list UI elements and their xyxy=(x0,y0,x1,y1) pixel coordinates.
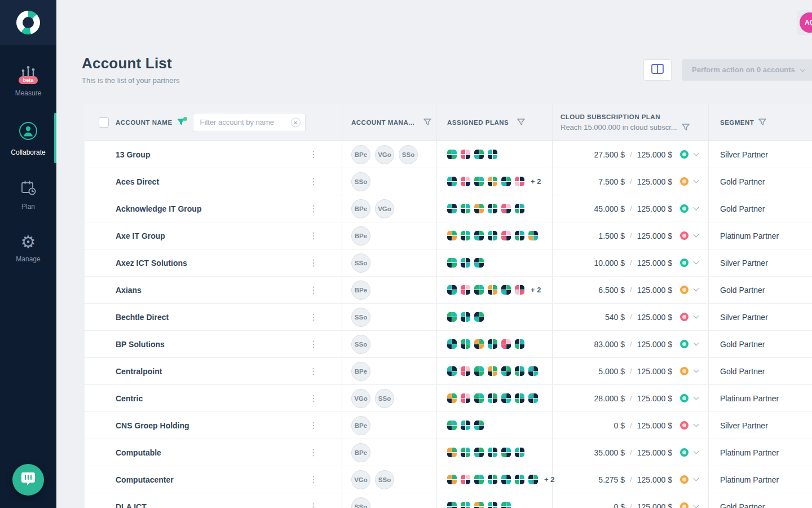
filter-icon[interactable] xyxy=(682,124,690,131)
bulk-action-button[interactable]: Perform action on 0 accounts xyxy=(682,59,812,81)
sidebar-item-measure[interactable]: beta Measure xyxy=(0,55,56,105)
expand-chevron-icon[interactable] xyxy=(694,476,699,481)
row-menu-icon[interactable]: ⋮ xyxy=(307,312,320,322)
filter-icon[interactable] xyxy=(758,119,766,126)
header-assigned-plans: ASSIGNED PLANS xyxy=(437,104,553,141)
plan-icon xyxy=(474,393,484,403)
expand-chevron-icon[interactable] xyxy=(694,286,699,292)
account-name[interactable]: Aces Direct xyxy=(116,177,159,186)
account-name-cell: Axe IT Group⋮ xyxy=(85,222,342,249)
account-name-cell: Acknowledge IT Group⋮ xyxy=(85,195,342,222)
manager-badge: VGo xyxy=(375,145,394,164)
row-menu-icon[interactable]: ⋮ xyxy=(307,501,320,508)
column-view-button[interactable] xyxy=(643,59,672,81)
expand-chevron-icon[interactable] xyxy=(694,259,699,265)
row-menu-icon[interactable]: ⋮ xyxy=(307,230,320,241)
row-menu-icon[interactable]: ⋮ xyxy=(307,366,320,376)
cloud-current-value: 5.275 $ xyxy=(598,475,625,484)
account-name[interactable]: Acknowledge IT Group xyxy=(116,204,201,213)
cloud-target-value: 125.000 $ xyxy=(637,502,672,508)
row-menu-icon[interactable]: ⋮ xyxy=(307,339,320,349)
expand-chevron-icon[interactable] xyxy=(694,313,699,319)
row-menu-icon[interactable]: ⋮ xyxy=(307,257,320,268)
app-logo[interactable] xyxy=(0,0,56,45)
account-name[interactable]: BP Solutions xyxy=(116,340,165,349)
row-menu-icon[interactable]: ⋮ xyxy=(307,284,320,295)
plan-icon xyxy=(474,258,484,268)
assigned-plans-cell xyxy=(437,141,553,168)
chat-launcher-button[interactable] xyxy=(12,464,44,496)
segment-cell: Gold Partner xyxy=(709,331,812,357)
account-name[interactable]: Centric xyxy=(116,394,143,403)
cloud-target-value: 125.000 $ xyxy=(637,259,672,268)
plan-icon xyxy=(461,258,470,268)
account-name[interactable]: DLA ICT xyxy=(116,502,147,508)
expand-chevron-icon[interactable] xyxy=(694,340,699,346)
account-name[interactable]: CNS Groep Holding xyxy=(116,421,189,430)
account-name[interactable]: Centralpoint xyxy=(116,367,162,376)
plan-icon xyxy=(528,475,538,484)
table-row: Axe IT Group⋮BPe1.500 $/125.000 $Platinu… xyxy=(85,222,812,249)
account-name[interactable]: Axians xyxy=(116,286,142,295)
segment-cell: Platinum Partner xyxy=(709,466,812,493)
account-name[interactable]: 13 Group xyxy=(116,150,150,159)
account-name-cell: Computacenter⋮ xyxy=(85,466,342,493)
title-block: Account List This is the list of your pa… xyxy=(82,55,179,85)
cloud-separator: / xyxy=(630,150,632,159)
cloud-subscription-cell: 45.000 $/125.000 $ xyxy=(553,195,709,222)
filter-icon[interactable] xyxy=(423,119,431,126)
expand-chevron-icon[interactable] xyxy=(694,422,699,427)
sidebar-item-collaborate[interactable]: Collaborate xyxy=(0,112,56,164)
table-row: BP Solutions⋮SSo83.000 $/125.000 $Gold P… xyxy=(85,331,812,358)
segment-cell: Silver Partner xyxy=(709,304,812,330)
segment-label: Silver Partner xyxy=(720,150,768,159)
account-filter-input[interactable] xyxy=(193,113,306,132)
account-name[interactable]: Axe IT Group xyxy=(116,231,165,240)
plan-icon xyxy=(461,339,470,349)
plan-icon xyxy=(474,231,484,240)
expand-chevron-icon[interactable] xyxy=(694,205,699,211)
sidebar-item-manage[interactable]: ⚙ Manage xyxy=(0,225,56,271)
expand-chevron-icon[interactable] xyxy=(694,367,699,373)
segment-cell: Gold Partner xyxy=(709,168,812,195)
cloud-header-block: CLOUD SUBSCRIPTION PLAN Reach 15.000.000… xyxy=(553,113,708,132)
row-menu-icon[interactable]: ⋮ xyxy=(307,447,320,458)
expand-chevron-icon[interactable] xyxy=(694,503,699,508)
expand-chevron-icon[interactable] xyxy=(694,449,699,454)
plan-icon xyxy=(447,312,457,322)
chat-icon xyxy=(21,472,36,488)
plan-icon xyxy=(488,339,497,349)
account-manager-cell: SSo xyxy=(342,168,437,195)
expand-chevron-icon[interactable] xyxy=(694,395,699,400)
segment-cell: Platinum Partner xyxy=(709,222,812,249)
row-menu-icon[interactable]: ⋮ xyxy=(307,203,320,214)
filter-icon[interactable] xyxy=(177,119,185,126)
filter-icon[interactable] xyxy=(517,119,525,126)
user-menu[interactable]: AQ Admin xyxy=(797,10,812,35)
account-name[interactable]: Computable xyxy=(116,448,161,457)
plan-icon xyxy=(488,204,497,213)
plan-icon xyxy=(474,150,484,159)
account-name[interactable]: Axez ICT Solutions xyxy=(116,259,187,268)
plan-icon xyxy=(461,285,470,295)
clear-filter-icon[interactable] xyxy=(291,117,301,127)
segment-cell: Platinum Partner xyxy=(709,439,812,466)
cloud-current-value: 35.000 $ xyxy=(594,448,625,457)
row-menu-icon[interactable]: ⋮ xyxy=(307,420,320,431)
plan-icon xyxy=(488,177,497,186)
account-name[interactable]: Bechtle Direct xyxy=(116,313,169,322)
select-all-checkbox[interactable] xyxy=(99,117,109,128)
row-menu-icon[interactable]: ⋮ xyxy=(307,393,320,404)
plan-icon xyxy=(447,150,457,159)
expand-chevron-icon[interactable] xyxy=(694,232,699,238)
account-name[interactable]: Computacenter xyxy=(116,475,174,484)
sidebar-item-plan[interactable]: Plan xyxy=(0,171,56,218)
cloud-target-value: 125.000 $ xyxy=(637,177,672,186)
expand-chevron-icon[interactable] xyxy=(694,151,699,156)
plan-icon xyxy=(474,366,484,376)
row-menu-icon[interactable]: ⋮ xyxy=(307,474,320,485)
row-menu-icon[interactable]: ⋮ xyxy=(307,149,320,160)
row-menu-icon[interactable]: ⋮ xyxy=(307,176,320,187)
expand-chevron-icon[interactable] xyxy=(694,178,699,183)
cloud-current-value: 540 $ xyxy=(605,313,625,322)
